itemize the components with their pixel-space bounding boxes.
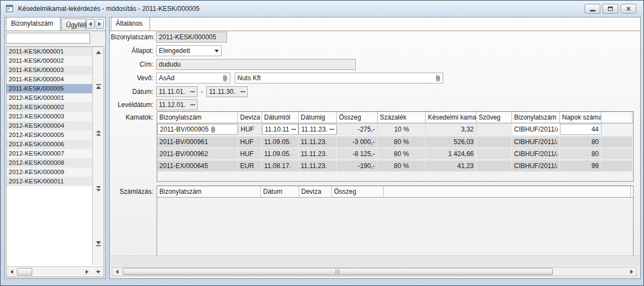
list-item[interactable]: 2012-KESK/000011 (7, 177, 92, 186)
kamatok-row[interactable]: 2011-BV/000905HUF11.10.11.11.11.23.-275,… (157, 123, 633, 135)
kamatok-row[interactable]: 2011-EX/000645EUR11.08.17.11.11.23.-190,… (157, 159, 633, 171)
vevo-code-field[interactable]: AsAd (156, 73, 230, 84)
column-header[interactable]: Bizonylatszám (157, 186, 261, 197)
datum-from-field[interactable]: 11.11.01. (156, 86, 198, 97)
column-header[interactable]: Dátumig (299, 112, 337, 123)
leveldatum-field[interactable]: 11.12.01. (156, 99, 198, 110)
list-item[interactable]: 2012-KESK/000007 (7, 149, 92, 158)
column-header[interactable]: Összeg (337, 112, 378, 123)
cell[interactable]: 44 (560, 124, 601, 135)
cell[interactable]: 80 (560, 148, 601, 159)
list-item[interactable]: 2011-KESK/000001 (7, 47, 92, 56)
cell[interactable]: 99 (560, 160, 601, 171)
list-item[interactable]: 2012-KESK/000005 (7, 130, 92, 140)
cell[interactable]: 526,03 (426, 136, 476, 147)
kamatok-row[interactable]: 2011-BV/000961HUF11.09.05.11.11.23.-3 00… (157, 135, 633, 147)
cell[interactable]: 2011-BV/000962 (157, 148, 238, 159)
list-search-input[interactable] (6, 33, 90, 44)
cell[interactable]: 80 % (378, 148, 426, 159)
list-item[interactable]: 2012-KESK/000004 (7, 121, 92, 130)
cell[interactable]: 3,32 (426, 124, 476, 135)
cell[interactable]: CIBHUF/2011/A5 (512, 160, 560, 171)
page-down-button[interactable] (93, 184, 104, 193)
list-item[interactable]: 2012-KESK/000009 (7, 168, 92, 177)
column-header[interactable]: Összeg (332, 186, 384, 197)
cell[interactable]: 11.11.23. (299, 124, 337, 135)
page-up-button[interactable] (93, 129, 104, 138)
scroll-left-button[interactable] (7, 267, 16, 276)
cell[interactable]: 80 % (378, 136, 426, 147)
list-vertical-scrollbar[interactable] (92, 47, 104, 265)
cim-field[interactable]: dududu (156, 59, 356, 70)
list-item[interactable]: 2012-KESK/000003 (7, 112, 92, 121)
cell[interactable]: 10 % (378, 124, 426, 135)
cell[interactable]: 11.08.17. (262, 160, 299, 171)
scroll-right-button[interactable] (627, 267, 636, 276)
cell[interactable]: HUF (238, 148, 262, 159)
cell[interactable]: 2011-BV/000905 (157, 124, 238, 135)
scroll-to-selected-down-button[interactable] (93, 239, 104, 248)
column-header[interactable]: Napok száma (560, 112, 601, 123)
minimize-button[interactable] (585, 4, 600, 14)
tab-ugyfelkod[interactable]: Ügyfélkód (61, 19, 86, 31)
column-header[interactable]: Százalék (378, 112, 426, 123)
scroll-right-button[interactable] (82, 267, 91, 276)
list-item[interactable]: 2012-KESK/000006 (7, 140, 92, 149)
list-item[interactable]: 2011-KESK/000004 (7, 75, 92, 84)
detail-horizontal-scrollbar[interactable] (112, 267, 637, 276)
cell[interactable]: 11.09.05. (262, 136, 299, 147)
cell[interactable]: CIBHUF/2011/A5 (512, 148, 560, 159)
bizonylatszam-field[interactable]: 2011-KESK/000005 (156, 32, 227, 43)
scroll-down-button[interactable] (93, 266, 104, 277)
cell[interactable]: EUR (238, 160, 262, 171)
list-item[interactable]: 2012-KESK/000001 (7, 93, 92, 103)
cell[interactable]: 2011-EX/000645 (157, 160, 238, 171)
cell[interactable] (476, 136, 512, 147)
cell[interactable]: 41,23 (426, 160, 476, 171)
cell[interactable]: -8 125,- (337, 148, 378, 159)
scroll-left-button[interactable] (112, 267, 122, 276)
cell[interactable]: 80 (560, 136, 601, 147)
column-header[interactable]: Dátum (261, 186, 299, 197)
column-header[interactable]: Dátumtól (262, 112, 299, 123)
list-item[interactable]: 2011-KESK/000002 (7, 56, 92, 65)
list-horizontal-scrollbar[interactable] (7, 266, 92, 277)
close-button[interactable]: × (621, 4, 636, 14)
cell[interactable]: HUF (238, 136, 262, 147)
cell[interactable]: HUF (238, 124, 262, 135)
list-item[interactable]: 2012-KESK/000008 (7, 158, 92, 168)
cell[interactable] (476, 148, 512, 159)
cell[interactable]: 2011-BV/000961 (157, 136, 238, 147)
cell[interactable]: -190,- (337, 160, 378, 171)
cell[interactable]: CIBHUF/2011/A5 (512, 136, 560, 147)
cell[interactable] (476, 124, 512, 135)
scroll-to-selected-up-button[interactable] (93, 82, 104, 91)
column-header[interactable]: Deviza (238, 112, 262, 123)
cell[interactable]: 11.11.23. (299, 136, 337, 147)
cell[interactable]: -275,- (337, 124, 378, 135)
tab-bizonylatszam[interactable]: Bizonylatszám (6, 17, 61, 31)
tab-altalanos[interactable]: Általános (111, 17, 150, 31)
kamatok-row[interactable]: 2011-BV/000962HUF11.09.05.11.11.23.-8 12… (157, 147, 633, 159)
list-item[interactable]: 2011-KESK/000003 (7, 65, 92, 75)
cell[interactable]: -3 000,- (337, 136, 378, 147)
tab-scroll-right-button[interactable] (96, 19, 104, 29)
column-header[interactable]: Deviza (299, 186, 332, 197)
cell[interactable]: 80 % (378, 160, 426, 171)
column-header[interactable]: Szöveg (476, 112, 512, 123)
cell[interactable]: 11.11.23. (299, 148, 337, 159)
cell[interactable]: 11.09.05. (262, 148, 299, 159)
h-scroll-thumb[interactable] (17, 268, 32, 276)
cell[interactable]: CIBHUF/2011/A5 (512, 124, 560, 135)
list-item[interactable]: 2012-KESK/000002 (7, 103, 92, 112)
column-header[interactable]: Bizonylatszám (512, 112, 560, 123)
column-header[interactable]: Késedelmi kamat (426, 112, 476, 123)
cell[interactable]: 1 424,66 (426, 148, 476, 159)
cell[interactable]: 11.10.11. (262, 124, 299, 135)
vevo-name-field[interactable]: Nuts Kft (235, 73, 443, 84)
restore-button[interactable] (603, 4, 618, 14)
datum-to-field[interactable]: 11.11.30. (206, 86, 248, 97)
cell[interactable]: 11.11.23. (299, 160, 337, 171)
tab-scroll-left-button[interactable] (86, 19, 94, 29)
list-item[interactable]: 2011-KESK/000005 (7, 84, 92, 93)
